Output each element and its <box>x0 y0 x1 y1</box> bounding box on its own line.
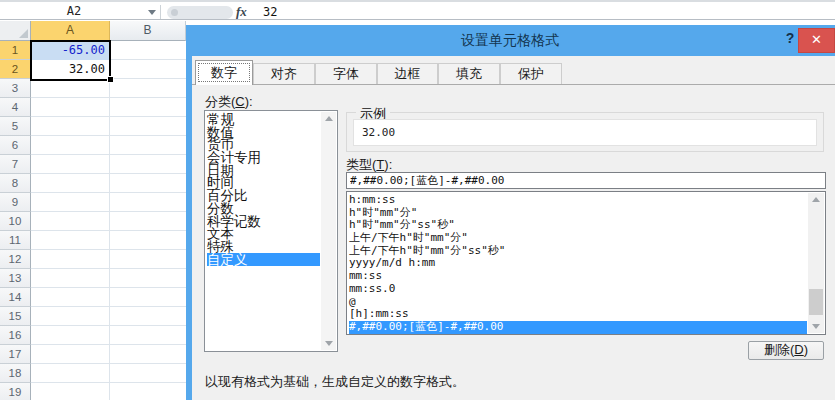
row-header-2[interactable]: 2 <box>0 60 31 79</box>
fill-handle[interactable] <box>107 76 114 83</box>
row-header-19[interactable]: 19 <box>0 383 31 400</box>
tab-font[interactable]: 字体 <box>315 63 377 85</box>
type-format-item[interactable]: [h]:mm:ss <box>349 308 807 321</box>
row-header-1[interactable]: 1 <box>0 41 31 60</box>
scroll-down-icon[interactable] <box>808 320 823 333</box>
delete-button[interactable]: 删除(D) <box>748 341 824 360</box>
category-custom[interactable]: 自定义 <box>207 253 320 267</box>
row-headers: 1 2 3 4 5 6 7 8 9 10 11 12 13 14 15 16 1… <box>0 41 31 400</box>
tab-number[interactable]: 数字 <box>195 60 253 85</box>
row-header-6[interactable]: 6 <box>0 136 31 155</box>
type-scrollbar[interactable] <box>808 193 824 333</box>
select-all-button[interactable] <box>0 21 31 41</box>
sample-box: 32.00 <box>353 119 817 146</box>
type-format-item[interactable]: mm:ss.0 <box>349 283 807 296</box>
category-fraction[interactable]: 分数 <box>207 202 320 215</box>
row-header-17[interactable]: 17 <box>0 345 31 364</box>
dialog-left-border <box>186 25 192 400</box>
formula-bar: A2 fx 32 <box>0 0 835 20</box>
row-header-14[interactable]: 14 <box>0 288 31 307</box>
type-listbox: h:mm:ss h"时"mm"分" h"时"mm"分"ss"秒" 上午/下午h"… <box>346 191 826 335</box>
insert-function-icon[interactable]: fx <box>236 4 247 20</box>
category-accounting[interactable]: 会计专用 <box>207 151 320 164</box>
dialog-title: 设置单元格格式 <box>461 32 559 50</box>
formula-bar-handle[interactable] <box>167 6 233 19</box>
formula-bar-divider <box>160 5 161 19</box>
type-format-item[interactable]: h:mm:ss <box>349 194 807 207</box>
scroll-up-icon[interactable] <box>321 112 336 125</box>
scrollbar-thumb[interactable] <box>809 289 823 315</box>
handle-dot-icon <box>171 9 178 16</box>
dialog-description: 以现有格式为基础，生成自定义的数字格式。 <box>205 373 465 391</box>
scroll-down-icon[interactable] <box>321 337 336 350</box>
type-format-item[interactable]: @ <box>349 296 807 309</box>
scroll-up-icon[interactable] <box>808 193 823 206</box>
cell-a2[interactable]: 32.00 <box>31 60 110 79</box>
category-label: 分类(C): <box>205 93 253 111</box>
name-box-dropdown-icon[interactable] <box>148 10 156 15</box>
category-listbox: 常规 数值 货币 会计专用 日期 时间 百分比 分数 科学记数 文本 特殊 自定… <box>204 110 338 352</box>
tab-pane-border <box>192 84 835 85</box>
column-header-b[interactable]: B <box>110 21 186 41</box>
type-format-item[interactable]: mm:ss <box>349 270 807 283</box>
format-cells-dialog: 设置单元格格式 ? ✕ 数字 对齐 字体 边框 填充 保护 分类(C): 常规 … <box>186 25 835 400</box>
sample-value: 32.00 <box>362 126 395 139</box>
row-header-10[interactable]: 10 <box>0 212 31 231</box>
row-header-3[interactable]: 3 <box>0 79 31 98</box>
category-text[interactable]: 文本 <box>207 227 320 240</box>
row-header-15[interactable]: 15 <box>0 307 31 326</box>
cell-a1[interactable]: -65.00 <box>31 41 110 60</box>
row-header-9[interactable]: 9 <box>0 193 31 212</box>
tab-fill[interactable]: 填充 <box>438 63 500 85</box>
row-header-16[interactable]: 16 <box>0 326 31 345</box>
type-items: h:mm:ss h"时"mm"分" h"时"mm"分"ss"秒" 上午/下午h"… <box>349 194 807 334</box>
tab-border[interactable]: 边框 <box>377 63 438 85</box>
row-header-5[interactable]: 5 <box>0 117 31 136</box>
excel-window: A2 fx 32 A B 1 2 3 4 5 6 7 8 9 10 11 12 … <box>0 0 835 400</box>
category-scrollbar[interactable] <box>321 112 336 350</box>
name-box[interactable]: A2 <box>0 4 148 20</box>
type-input[interactable] <box>346 172 826 189</box>
row-header-4[interactable]: 4 <box>0 98 31 117</box>
category-general[interactable]: 常规 <box>207 113 320 126</box>
category-items: 常规 数值 货币 会计专用 日期 时间 百分比 分数 科学记数 文本 特殊 自定… <box>207 113 320 266</box>
category-percentage[interactable]: 百分比 <box>207 189 320 202</box>
tab-protection[interactable]: 保护 <box>500 63 562 85</box>
sample-groupbox: 示例 32.00 <box>346 112 824 152</box>
tab-alignment[interactable]: 对齐 <box>253 63 315 85</box>
help-button[interactable]: ? <box>782 30 798 50</box>
row-header-18[interactable]: 18 <box>0 364 31 383</box>
gridline <box>109 41 110 400</box>
row-header-13[interactable]: 13 <box>0 269 31 288</box>
dialog-title-bar[interactable]: 设置单元格格式 ? ✕ <box>186 25 835 56</box>
category-special[interactable]: 特殊 <box>207 240 320 253</box>
column-header-a[interactable]: A <box>31 21 110 41</box>
row-header-11[interactable]: 11 <box>0 231 31 250</box>
row-header-7[interactable]: 7 <box>0 155 31 174</box>
type-format-item[interactable]: 上午/下午h"时"mm"分" <box>349 232 807 245</box>
row-header-8[interactable]: 8 <box>0 174 31 193</box>
formula-input[interactable]: 32 <box>263 5 277 19</box>
type-format-item-selected[interactable]: #,##0.00;[蓝色]-#,##0.00 <box>349 321 807 334</box>
select-all-triangle-icon <box>19 29 28 38</box>
row-header-12[interactable]: 12 <box>0 250 31 269</box>
close-button[interactable]: ✕ <box>798 28 835 53</box>
type-format-item[interactable]: yyyy/m/d h:mm <box>349 257 807 270</box>
